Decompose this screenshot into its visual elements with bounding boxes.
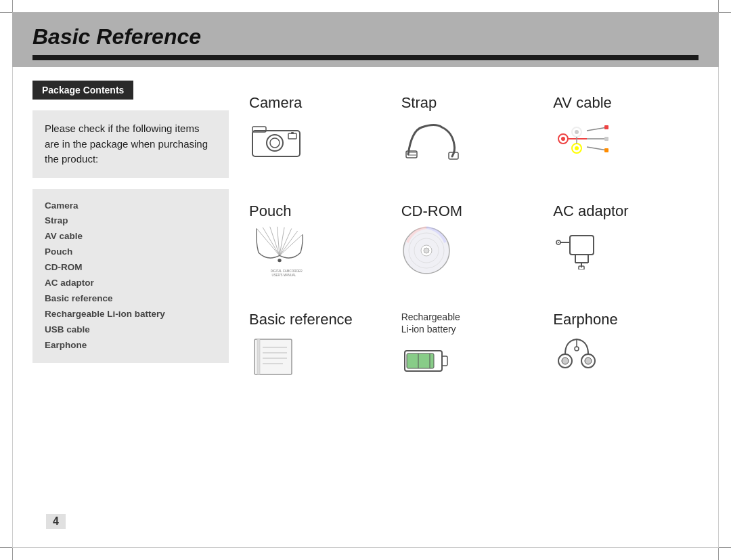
svg-line-32 (280, 234, 303, 255)
item-avcable-label: AV cable (553, 94, 611, 112)
earphone-icon (553, 334, 600, 374)
svg-rect-46 (579, 266, 584, 270)
svg-rect-22 (604, 125, 608, 129)
corner-mark-tr-v (718, 0, 719, 12)
booklet-icon (249, 334, 303, 381)
sidebar-list-item: Camera (45, 198, 217, 214)
corner-mark-bl-h (0, 547, 12, 548)
svg-rect-24 (604, 148, 608, 152)
svg-line-26 (263, 228, 280, 256)
item-cdrom: CD-ROM (395, 189, 547, 297)
item-pouch-label: Pouch (249, 202, 291, 220)
pouch-icon: DIGITAL CAMCORDER USER'S MANUAL (249, 225, 310, 280)
sidebar-list: CameraStrapAV cablePouchCD-ROMAC adaptor… (32, 189, 229, 363)
sidebar-list-item: USB cable (45, 322, 217, 338)
sidebar-list-item: Rechargeable Li-ion battery (45, 307, 217, 322)
svg-rect-57 (442, 356, 447, 366)
svg-point-11 (561, 137, 565, 141)
body: Package Contents Please check if the fol… (12, 67, 719, 419)
sidebar-list-item: Basic reference (45, 291, 217, 307)
item-avcable: AV cable (546, 81, 699, 189)
item-pouch: Pouch (242, 189, 395, 297)
svg-line-19 (587, 127, 607, 131)
item-basicref: Basic reference (242, 297, 395, 406)
corner-mark-br-h (719, 547, 731, 548)
item-strap-label: Strap (401, 94, 437, 112)
corner-mark-tl-h (0, 12, 12, 13)
svg-rect-4 (288, 133, 296, 139)
item-acadaptor-label: AC adaptor (553, 202, 628, 220)
item-earphone: Earphone (546, 297, 699, 406)
svg-line-25 (257, 228, 280, 255)
svg-point-3 (270, 138, 280, 148)
sidebar-list-item: Strap (45, 213, 217, 229)
svg-text:USER'S MANUAL: USER'S MANUAL (271, 274, 296, 277)
sidebar-list-item: Pouch (45, 244, 217, 260)
item-battery-label: RechargeableLi-ion battery (401, 311, 460, 335)
strap-icon (401, 117, 462, 161)
svg-rect-23 (604, 137, 608, 141)
svg-point-14 (575, 130, 579, 134)
corner-mark-bl-v (12, 548, 13, 560)
svg-point-33 (278, 259, 281, 262)
svg-point-64 (585, 358, 592, 364)
sidebar-list-item: AC adaptor (45, 276, 217, 291)
svg-point-17 (575, 146, 579, 150)
sidebar-list-item: Earphone (45, 338, 217, 353)
item-camera-label: Camera (249, 94, 302, 112)
cdrom-icon (401, 225, 452, 276)
page-title: Basic Reference (32, 24, 699, 49)
avcable-icon (553, 117, 614, 161)
svg-rect-5 (291, 132, 294, 134)
acadaptor-icon (553, 225, 607, 270)
item-basicref-label: Basic reference (249, 311, 353, 328)
svg-point-62 (562, 358, 569, 364)
main-content: Camera Strap (229, 81, 699, 406)
header: Basic Reference (12, 12, 719, 67)
corner-mark-br-v (718, 548, 719, 560)
svg-point-2 (267, 135, 283, 151)
svg-rect-41 (570, 236, 594, 255)
svg-line-21 (587, 147, 607, 150)
corner-mark-tr-h (719, 12, 731, 13)
package-contents-badge: Package Contents (32, 81, 133, 100)
camera-icon (249, 117, 310, 161)
svg-rect-51 (257, 339, 260, 374)
item-camera: Camera (242, 81, 395, 189)
item-earphone-label: Earphone (553, 311, 617, 328)
header-bar (32, 55, 699, 60)
svg-line-29 (280, 228, 284, 256)
sidebar: Package Contents Please check if the fol… (32, 81, 229, 406)
item-acadaptor: AC adaptor (546, 189, 699, 297)
sidebar-list-item: AV cable (45, 229, 217, 244)
battery-icon (401, 341, 456, 381)
sidebar-list-item: CD-ROM (45, 260, 217, 276)
item-cdrom-label: CD-ROM (401, 202, 462, 220)
corner-mark-tl-v (12, 0, 13, 12)
svg-text:DIGITAL CAMCORDER: DIGITAL CAMCORDER (271, 270, 303, 273)
svg-point-49 (558, 242, 559, 243)
sidebar-description: Please check if the following items are … (32, 110, 229, 178)
item-strap: Strap (395, 81, 547, 189)
svg-point-40 (424, 248, 429, 253)
page-content: Basic Reference Package Contents Please … (12, 12, 719, 548)
page-number: 4 (46, 514, 66, 529)
item-battery: RechargeableLi-ion battery (395, 297, 547, 406)
items-grid: Camera Strap (242, 81, 699, 406)
